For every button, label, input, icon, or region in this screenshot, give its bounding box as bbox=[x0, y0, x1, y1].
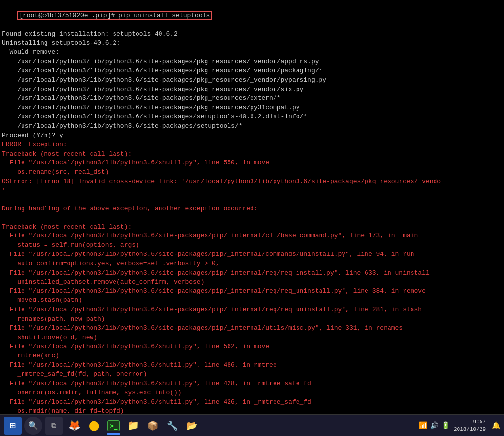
error-line: File "/usr/local/python3/lib/python3.6/s… bbox=[2, 250, 502, 259]
error-line: moved.stash(path) bbox=[2, 296, 502, 305]
error-line: shutil.move(old, new) bbox=[2, 333, 502, 343]
error-line: File "/usr/local/python3/lib/python3.6/s… bbox=[2, 398, 502, 407]
terminal-icon: >_ bbox=[107, 420, 120, 431]
error-line: onerror(os.rmdir, fullname, sys.exc_info… bbox=[2, 389, 502, 398]
clock-date: 2018/10/29 bbox=[454, 426, 486, 433]
error-line: os.rename(src, real_dst) bbox=[2, 168, 502, 177]
output-line: /usr/local/python3/lib/python3.6/site-pa… bbox=[2, 103, 502, 113]
app2-icon: 🔧 bbox=[167, 420, 178, 431]
error-line: File "/usr/local/python3/lib/python3.6/s… bbox=[2, 324, 502, 333]
app2-taskbar-button[interactable]: 🔧 bbox=[163, 417, 181, 435]
chrome-icon: ⬤ bbox=[89, 419, 99, 432]
error-line: File "/usr/local/python3/lib/python3.6/s… bbox=[2, 269, 502, 278]
pinned-apps: 🦊 ⬤ >_ 📁 📦 🔧 📂 bbox=[66, 417, 201, 435]
error-line: During handling of the above exception, … bbox=[2, 205, 502, 214]
blank-line bbox=[2, 214, 502, 223]
prompt-box: [root@c4bf3751020e .pip]# pip uninstall … bbox=[17, 11, 212, 20]
firefox-icon: 🦊 bbox=[69, 419, 81, 432]
error-line: ERROR: Exception: bbox=[2, 140, 502, 150]
terminal-taskbar-button[interactable]: >_ bbox=[105, 417, 122, 435]
battery-icon[interactable]: 🔋 bbox=[441, 421, 450, 430]
volume-icon[interactable]: 🔊 bbox=[430, 421, 438, 430]
firefox-taskbar-button[interactable]: 🦊 bbox=[66, 417, 83, 435]
output-line: Found existing installation: setuptools … bbox=[2, 30, 502, 39]
output-line: /usr/local/python3/lib/python3.6/site-pa… bbox=[2, 76, 502, 85]
error-line: File "/usr/local/python3/lib/python3.6/s… bbox=[2, 361, 502, 370]
error-line: OSError: [Errno 18] Invalid cross-device… bbox=[2, 177, 502, 186]
tray-icons: 📶 🔊 🔋 bbox=[419, 421, 450, 430]
taskbar: ⊞ 🔍 ⧉ 🦊 ⬤ >_ 📁 📦 🔧 bbox=[0, 414, 504, 436]
output-line: /usr/local/python3/lib/python3.6/site-pa… bbox=[2, 113, 502, 122]
error-line: status = self.run(options, args) bbox=[2, 241, 502, 250]
terminal-window[interactable]: [root@c4bf3751020e .pip]# pip uninstall … bbox=[0, 0, 504, 414]
error-line: File "/usr/local/python3/lib/python3.6/s… bbox=[2, 305, 502, 315]
error-line: rmtree(src) bbox=[2, 351, 502, 361]
error-line: os.rmdir(name, dir_fd=topfd) bbox=[2, 407, 502, 414]
error-line: renames(path, new_path) bbox=[2, 315, 502, 324]
task-view-button[interactable]: ⧉ bbox=[45, 417, 63, 435]
output-line: /usr/local/python3/lib/python3.6/site-pa… bbox=[2, 67, 502, 76]
error-line: Traceback (most recent call last): bbox=[2, 223, 502, 232]
start-icon: ⊞ bbox=[10, 419, 16, 432]
taskview-icon: ⧉ bbox=[51, 422, 56, 430]
folder-taskbar-button[interactable]: 📁 bbox=[124, 417, 142, 435]
error-line: File "/usr/local/python3/lib/python3.6/s… bbox=[2, 231, 502, 241]
output-line: Uninstalling setuptools-40.6.2: bbox=[2, 39, 502, 48]
error-line: Traceback (most recent call last): bbox=[2, 150, 502, 159]
active-indicator bbox=[107, 433, 120, 435]
search-icon: 🔍 bbox=[28, 421, 38, 431]
clock[interactable]: 9:57 2018/10/29 bbox=[454, 418, 486, 433]
blank-line bbox=[2, 196, 502, 205]
error-line: File "/usr/local/python3/lib/python3.6/s… bbox=[2, 379, 502, 389]
app1-taskbar-button[interactable]: 📦 bbox=[144, 417, 161, 435]
app1-icon: 📦 bbox=[147, 420, 158, 431]
error-line: _rmtree_safe_fd(fd, path, onerror) bbox=[2, 370, 502, 379]
error-line: uninstalled_pathset.remove(auto_confirm,… bbox=[2, 278, 502, 287]
output-line: /usr/local/python3/lib/python3.6/site-pa… bbox=[2, 122, 502, 131]
error-line: File "/usr/local/python3/lib/python3.6/s… bbox=[2, 287, 502, 296]
clock-time: 9:57 bbox=[454, 418, 486, 425]
error-line: ' bbox=[2, 186, 502, 196]
folder-icon: 📁 bbox=[127, 419, 139, 432]
output-line: Proceed (Y/n)? y bbox=[2, 131, 502, 140]
notification-icon[interactable]: 🔔 bbox=[492, 421, 500, 430]
network-icon[interactable]: 📶 bbox=[419, 421, 427, 430]
system-tray: 📶 🔊 🔋 9:57 2018/10/29 🔔 bbox=[419, 418, 500, 433]
error-line: File "/usr/local/python3/lib/python3.6/s… bbox=[2, 343, 502, 352]
command-line: [root@c4bf3751020e .pip]# pip uninstall … bbox=[2, 2, 502, 30]
error-line: File "/usr/local/python3/lib/python3.6/s… bbox=[2, 159, 502, 168]
error-line: auto_confirm=options.yes, verbose=self.v… bbox=[2, 259, 502, 269]
output-line: Would remove: bbox=[2, 48, 502, 57]
output-line: /usr/local/python3/lib/python3.6/site-pa… bbox=[2, 85, 502, 94]
app3-icon: 📂 bbox=[186, 420, 197, 431]
start-button[interactable]: ⊞ bbox=[4, 417, 22, 435]
search-button[interactable]: 🔍 bbox=[24, 417, 42, 435]
output-line: /usr/local/python3/lib/python3.6/site-pa… bbox=[2, 94, 502, 103]
output-line: /usr/local/python3/lib/python3.6/site-pa… bbox=[2, 57, 502, 67]
app3-taskbar-button[interactable]: 📂 bbox=[183, 417, 201, 435]
chrome-taskbar-button[interactable]: ⬤ bbox=[85, 417, 103, 435]
